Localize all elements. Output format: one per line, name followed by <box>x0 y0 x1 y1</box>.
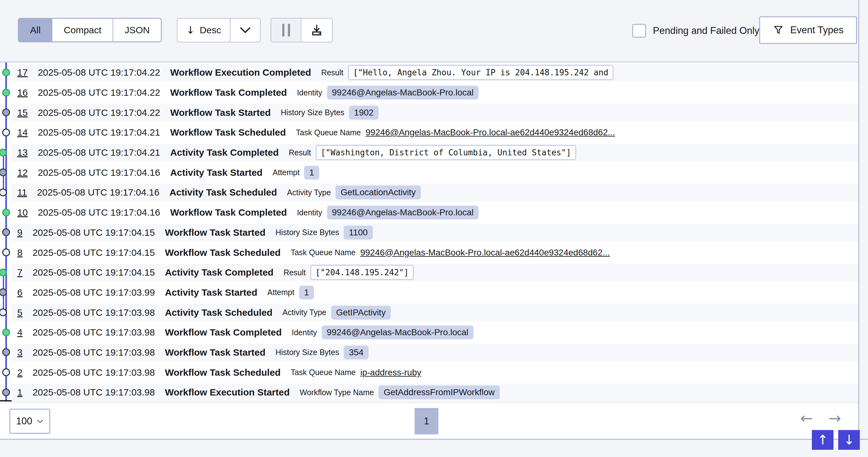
event-row: 13 2025-05-08 UTC 19:17:04.21 Activity T… <box>0 143 858 163</box>
next-page-button[interactable]: → <box>829 409 841 427</box>
event-row-band[interactable]: 6 2025-05-08 UTC 19:17:03.99 Activity Ta… <box>11 284 858 302</box>
event-attribute-label: Identity <box>291 328 317 337</box>
event-id-link[interactable]: 6 <box>17 287 23 298</box>
event-attribute-value[interactable]: 99246@Angelas-MacBook-Pro.local-ae62d440… <box>360 248 610 258</box>
event-id-link[interactable]: 5 <box>17 307 23 318</box>
pending-failed-checkbox[interactable] <box>632 24 646 38</box>
event-timestamp: 2025-05-08 UTC 19:17:04.22 <box>38 67 160 78</box>
event-types-filter-button[interactable]: Event Types <box>759 16 857 44</box>
event-status-dot <box>2 208 10 216</box>
event-attribute-value: 99246@Angelas-MacBook-Pro.local <box>322 325 473 339</box>
view-switcher: All Compact JSON <box>18 18 162 42</box>
download-button[interactable] <box>301 19 332 42</box>
event-id-link[interactable]: 12 <box>17 167 28 178</box>
event-id-link[interactable]: 7 <box>17 267 23 278</box>
event-row: 6 2025-05-08 UTC 19:17:03.99 Activity Ta… <box>0 283 858 303</box>
page-number-button[interactable]: 1 <box>414 408 438 434</box>
event-row: 14 2025-05-08 UTC 19:17:04.21 Workflow T… <box>0 122 858 143</box>
event-row-band[interactable]: 10 2025-05-08 UTC 19:17:04.16 Workflow T… <box>11 204 858 222</box>
event-attribute: Workflow Type Name GetAddressFromIPWorkf… <box>300 385 500 399</box>
arrow-up-icon: ↑ <box>817 432 828 448</box>
event-attribute-value: ["204.148.195.242"] <box>310 265 414 280</box>
event-attribute-label: Task Queue Name <box>291 248 355 257</box>
event-status-dot <box>2 68 10 76</box>
event-id-link[interactable]: 11 <box>17 187 27 198</box>
event-attribute-label: History Size Bytes <box>281 108 344 117</box>
event-timestamp: 2025-05-08 UTC 19:17:04.15 <box>33 227 155 238</box>
event-row-band[interactable]: 14 2025-05-08 UTC 19:17:04.21 Workflow T… <box>11 124 858 142</box>
event-name: Workflow Task Started <box>165 347 266 358</box>
event-row-band[interactable]: 2 2025-05-08 UTC 19:17:03.98 Workflow Ta… <box>11 364 858 381</box>
event-row-band[interactable]: 12 2025-05-08 UTC 19:17:04.16 Activity T… <box>11 164 858 181</box>
event-row-band[interactable]: 11 2025-05-08 UTC 19:17:04.16 Activity T… <box>11 183 858 201</box>
event-attribute-value: 1100 <box>344 226 373 239</box>
event-name: Activity Task Completed <box>165 267 274 278</box>
event-timestamp: 2025-05-08 UTC 19:17:03.98 <box>33 327 155 338</box>
scroll-to-bottom-button[interactable]: ↓ <box>838 430 860 450</box>
event-row: 4 2025-05-08 UTC 19:17:03.98 Workflow Ta… <box>0 322 858 342</box>
event-row: 2 2025-05-08 UTC 19:17:03.98 Workflow Ta… <box>0 362 858 382</box>
event-attribute-label: Identity <box>297 88 322 97</box>
previous-page-button[interactable]: ← <box>800 409 813 427</box>
event-status-dot <box>2 388 10 396</box>
event-attribute: History Size Bytes 1100 <box>276 226 373 239</box>
event-attribute: Activity Type GetIPActivity <box>283 306 391 319</box>
tab-compact[interactable]: Compact <box>52 19 113 41</box>
event-id-link[interactable]: 2 <box>17 367 23 378</box>
event-name: Workflow Task Started <box>170 107 271 118</box>
event-id-link[interactable]: 14 <box>17 127 28 138</box>
playback-download-group <box>271 18 333 42</box>
event-attribute-value: 1 <box>299 286 314 299</box>
event-attribute-value[interactable]: 99246@Angelas-MacBook-Pro.local-ae62d440… <box>366 127 615 138</box>
workflow-history-page: All Compact JSON ↓ Desc <box>0 0 868 457</box>
event-id-link[interactable]: 13 <box>17 147 28 158</box>
event-row: 17 2025-05-08 UTC 19:17:04.22 Workflow E… <box>0 62 858 83</box>
event-attribute-value[interactable]: ip-address-ruby <box>360 368 422 378</box>
event-row-band[interactable]: 4 2025-05-08 UTC 19:17:03.98 Workflow Ta… <box>11 323 858 342</box>
pause-button[interactable] <box>271 19 301 42</box>
tab-json[interactable]: JSON <box>113 19 161 41</box>
event-id-link[interactable]: 4 <box>17 327 23 338</box>
event-attribute-label: Result <box>289 148 311 157</box>
event-row-band[interactable]: 17 2025-05-08 UTC 19:17:04.22 Workflow E… <box>11 64 858 82</box>
event-row-band[interactable]: 15 2025-05-08 UTC 19:17:04.22 Workflow T… <box>11 104 858 121</box>
event-id-link[interactable]: 16 <box>17 87 28 98</box>
event-id-link[interactable]: 17 <box>17 67 28 78</box>
event-row-band[interactable]: 8 2025-05-08 UTC 19:17:04.15 Workflow Ta… <box>11 244 858 261</box>
event-id-link[interactable]: 3 <box>17 347 23 358</box>
tab-all[interactable]: All <box>19 19 52 41</box>
event-attribute-label: Task Queue Name <box>291 368 355 377</box>
event-name: Workflow Task Started <box>165 227 266 238</box>
sort-options-button[interactable] <box>230 19 260 42</box>
event-row-band[interactable]: 5 2025-05-08 UTC 19:17:03.98 Activity Ta… <box>11 304 858 321</box>
event-id-link[interactable]: 9 <box>17 227 23 238</box>
event-attribute: Attempt 1 <box>273 166 319 179</box>
event-attribute-label: History Size Bytes <box>276 348 339 357</box>
event-row-band[interactable]: 3 2025-05-08 UTC 19:17:03.98 Workflow Ta… <box>11 344 858 362</box>
page-size-select[interactable]: 100 <box>9 409 50 434</box>
event-id-link[interactable]: 15 <box>17 107 28 118</box>
event-name: Activity Task Scheduled <box>165 307 273 318</box>
event-attribute-value: 99246@Angelas-MacBook-Pro.local <box>327 206 479 220</box>
scroll-to-top-button[interactable]: ↑ <box>812 430 834 450</box>
event-name: Activity Task Scheduled <box>169 187 277 198</box>
arrow-down-icon: ↓ <box>843 432 855 448</box>
event-row-band[interactable]: 13 2025-05-08 UTC 19:17:04.21 Activity T… <box>11 144 858 162</box>
event-row-band[interactable]: 1 2025-05-08 UTC 19:17:03.98 Workflow Ex… <box>11 383 858 401</box>
event-timestamp: 2025-05-08 UTC 19:17:04.21 <box>38 147 160 158</box>
event-row-band[interactable]: 9 2025-05-08 UTC 19:17:04.15 Workflow Ta… <box>11 224 858 242</box>
event-attribute: Activity Type GetLocationActivity <box>287 185 421 199</box>
event-attribute-value: GetLocationActivity <box>336 185 421 199</box>
event-id-link[interactable]: 8 <box>17 247 23 258</box>
event-id-link[interactable]: 10 <box>17 207 28 218</box>
event-row-band[interactable]: 7 2025-05-08 UTC 19:17:04.15 Activity Ta… <box>11 264 858 282</box>
event-attribute-label: Workflow Type Name <box>300 388 374 397</box>
sort-direction-button[interactable]: ↓ Desc <box>178 19 230 42</box>
event-row-band[interactable]: 16 2025-05-08 UTC 19:17:04.22 Workflow T… <box>11 84 858 102</box>
event-timestamp: 2025-05-08 UTC 19:17:04.16 <box>38 167 160 178</box>
event-status-dot <box>2 109 10 116</box>
event-timestamp: 2025-05-08 UTC 19:17:03.98 <box>33 367 155 378</box>
event-id-link[interactable]: 1 <box>17 387 23 398</box>
event-name: Workflow Task Scheduled <box>165 247 281 258</box>
event-attribute: History Size Bytes 1902 <box>281 106 378 120</box>
